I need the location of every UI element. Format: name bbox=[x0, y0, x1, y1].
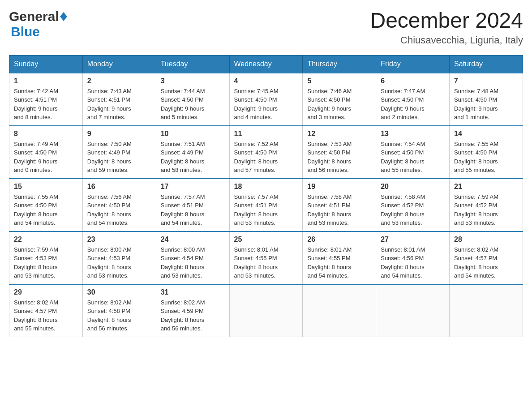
page-title: December 2024 bbox=[370, 9, 523, 33]
calendar-week-row: 8Sunrise: 7:49 AMSunset: 4:50 PMDaylight… bbox=[9, 126, 523, 179]
day-number: 24 bbox=[161, 235, 225, 244]
day-info: Sunrise: 8:02 AMSunset: 4:58 PMDaylight:… bbox=[87, 298, 151, 333]
day-info: Sunrise: 7:55 AMSunset: 4:50 PMDaylight:… bbox=[14, 193, 78, 227]
logo-arrow-icon bbox=[60, 12, 67, 21]
calendar-week-row: 15Sunrise: 7:55 AMSunset: 4:50 PMDayligh… bbox=[9, 179, 523, 231]
day-number: 21 bbox=[454, 183, 518, 191]
day-info: Sunrise: 7:49 AMSunset: 4:50 PMDaylight:… bbox=[14, 140, 78, 175]
calendar-cell: 28Sunrise: 8:02 AMSunset: 4:57 PMDayligh… bbox=[450, 231, 523, 284]
day-info: Sunrise: 7:42 AMSunset: 4:51 PMDaylight:… bbox=[14, 87, 78, 122]
logo: General Blue bbox=[9, 9, 67, 39]
calendar-cell: 4Sunrise: 7:45 AMSunset: 4:50 PMDaylight… bbox=[229, 73, 303, 126]
day-info: Sunrise: 7:44 AMSunset: 4:50 PMDaylight:… bbox=[161, 87, 225, 122]
day-info: Sunrise: 7:54 AMSunset: 4:50 PMDaylight:… bbox=[381, 140, 445, 175]
calendar-header-tuesday: Tuesday bbox=[156, 55, 229, 73]
day-number: 18 bbox=[234, 183, 298, 191]
day-number: 13 bbox=[381, 130, 445, 138]
day-info: Sunrise: 7:45 AMSunset: 4:50 PMDaylight:… bbox=[234, 87, 298, 122]
logo-blue-text: Blue bbox=[11, 24, 40, 39]
calendar-cell: 15Sunrise: 7:55 AMSunset: 4:50 PMDayligh… bbox=[9, 179, 83, 231]
day-info: Sunrise: 8:01 AMSunset: 4:56 PMDaylight:… bbox=[381, 245, 445, 280]
calendar-cell: 11Sunrise: 7:52 AMSunset: 4:50 PMDayligh… bbox=[229, 126, 303, 179]
day-number: 7 bbox=[454, 77, 518, 85]
calendar-cell: 1Sunrise: 7:42 AMSunset: 4:51 PMDaylight… bbox=[9, 73, 83, 126]
day-number: 15 bbox=[14, 183, 78, 191]
calendar-cell: 12Sunrise: 7:53 AMSunset: 4:50 PMDayligh… bbox=[303, 126, 376, 179]
calendar-cell: 30Sunrise: 8:02 AMSunset: 4:58 PMDayligh… bbox=[82, 284, 156, 337]
day-number: 19 bbox=[307, 183, 371, 191]
calendar-week-row: 1Sunrise: 7:42 AMSunset: 4:51 PMDaylight… bbox=[9, 73, 523, 126]
day-number: 25 bbox=[234, 235, 298, 244]
day-number: 29 bbox=[14, 288, 78, 296]
calendar-cell: 10Sunrise: 7:51 AMSunset: 4:49 PMDayligh… bbox=[156, 126, 229, 179]
day-number: 6 bbox=[381, 77, 445, 85]
calendar-week-row: 22Sunrise: 7:59 AMSunset: 4:53 PMDayligh… bbox=[9, 231, 523, 284]
calendar-cell: 17Sunrise: 7:57 AMSunset: 4:51 PMDayligh… bbox=[156, 179, 229, 231]
day-info: Sunrise: 8:00 AMSunset: 4:54 PMDaylight:… bbox=[161, 245, 225, 280]
day-info: Sunrise: 7:50 AMSunset: 4:49 PMDaylight:… bbox=[87, 140, 151, 175]
calendar-cell: 9Sunrise: 7:50 AMSunset: 4:49 PMDaylight… bbox=[82, 126, 156, 179]
day-info: Sunrise: 7:58 AMSunset: 4:52 PMDaylight:… bbox=[381, 193, 445, 227]
day-number: 20 bbox=[381, 183, 445, 191]
calendar-cell: 18Sunrise: 7:57 AMSunset: 4:51 PMDayligh… bbox=[229, 179, 303, 231]
calendar-table: SundayMondayTuesdayWednesdayThursdayFrid… bbox=[9, 55, 523, 337]
calendar-cell: 14Sunrise: 7:55 AMSunset: 4:50 PMDayligh… bbox=[450, 126, 523, 179]
day-number: 23 bbox=[87, 235, 151, 244]
day-number: 4 bbox=[234, 77, 298, 85]
calendar-header-thursday: Thursday bbox=[303, 55, 376, 73]
calendar-cell bbox=[450, 284, 523, 337]
day-info: Sunrise: 7:46 AMSunset: 4:50 PMDaylight:… bbox=[307, 87, 371, 122]
day-info: Sunrise: 7:51 AMSunset: 4:49 PMDaylight:… bbox=[161, 140, 225, 175]
calendar-header-saturday: Saturday bbox=[450, 55, 523, 73]
calendar-cell: 3Sunrise: 7:44 AMSunset: 4:50 PMDaylight… bbox=[156, 73, 229, 126]
calendar-cell bbox=[303, 284, 376, 337]
calendar-header-wednesday: Wednesday bbox=[229, 55, 303, 73]
calendar-cell: 16Sunrise: 7:56 AMSunset: 4:50 PMDayligh… bbox=[82, 179, 156, 231]
day-number: 5 bbox=[307, 77, 371, 85]
calendar-cell: 6Sunrise: 7:47 AMSunset: 4:50 PMDaylight… bbox=[376, 73, 450, 126]
day-info: Sunrise: 7:57 AMSunset: 4:51 PMDaylight:… bbox=[234, 193, 298, 227]
calendar-header-row: SundayMondayTuesdayWednesdayThursdayFrid… bbox=[9, 55, 523, 73]
calendar-cell: 22Sunrise: 7:59 AMSunset: 4:53 PMDayligh… bbox=[9, 231, 83, 284]
day-number: 17 bbox=[161, 183, 225, 191]
calendar-cell: 31Sunrise: 8:02 AMSunset: 4:59 PMDayligh… bbox=[156, 284, 229, 337]
calendar-cell: 27Sunrise: 8:01 AMSunset: 4:56 PMDayligh… bbox=[376, 231, 450, 284]
day-number: 22 bbox=[14, 235, 78, 244]
day-number: 28 bbox=[454, 235, 518, 244]
page-header: General Blue December 2024 Chiusavecchia… bbox=[9, 9, 523, 46]
calendar-cell: 2Sunrise: 7:43 AMSunset: 4:51 PMDaylight… bbox=[82, 73, 156, 126]
day-info: Sunrise: 7:59 AMSunset: 4:52 PMDaylight:… bbox=[454, 193, 518, 227]
calendar-cell: 20Sunrise: 7:58 AMSunset: 4:52 PMDayligh… bbox=[376, 179, 450, 231]
day-number: 31 bbox=[161, 288, 225, 296]
calendar-cell: 25Sunrise: 8:01 AMSunset: 4:55 PMDayligh… bbox=[229, 231, 303, 284]
calendar-header-monday: Monday bbox=[82, 55, 156, 73]
day-number: 26 bbox=[307, 235, 371, 244]
day-info: Sunrise: 8:00 AMSunset: 4:53 PMDaylight:… bbox=[87, 245, 151, 280]
day-number: 12 bbox=[307, 130, 371, 138]
day-number: 9 bbox=[87, 130, 151, 138]
day-info: Sunrise: 7:59 AMSunset: 4:53 PMDaylight:… bbox=[14, 245, 78, 280]
day-number: 1 bbox=[14, 77, 78, 85]
calendar-cell: 29Sunrise: 8:02 AMSunset: 4:57 PMDayligh… bbox=[9, 284, 83, 337]
day-info: Sunrise: 7:43 AMSunset: 4:51 PMDaylight:… bbox=[87, 87, 151, 122]
calendar-week-row: 29Sunrise: 8:02 AMSunset: 4:57 PMDayligh… bbox=[9, 284, 523, 337]
day-number: 11 bbox=[234, 130, 298, 138]
day-info: Sunrise: 8:02 AMSunset: 4:57 PMDaylight:… bbox=[14, 298, 78, 333]
day-number: 30 bbox=[87, 288, 151, 296]
title-block: December 2024 Chiusavecchia, Liguria, It… bbox=[370, 9, 523, 46]
calendar-header-friday: Friday bbox=[376, 55, 450, 73]
logo-general-text: General bbox=[9, 9, 59, 24]
day-info: Sunrise: 7:56 AMSunset: 4:50 PMDaylight:… bbox=[87, 193, 151, 227]
day-info: Sunrise: 7:52 AMSunset: 4:50 PMDaylight:… bbox=[234, 140, 298, 175]
calendar-cell: 8Sunrise: 7:49 AMSunset: 4:50 PMDaylight… bbox=[9, 126, 83, 179]
day-number: 14 bbox=[454, 130, 518, 138]
day-info: Sunrise: 7:55 AMSunset: 4:50 PMDaylight:… bbox=[454, 140, 518, 175]
calendar-cell: 26Sunrise: 8:01 AMSunset: 4:55 PMDayligh… bbox=[303, 231, 376, 284]
calendar-cell: 13Sunrise: 7:54 AMSunset: 4:50 PMDayligh… bbox=[376, 126, 450, 179]
calendar-cell: 7Sunrise: 7:48 AMSunset: 4:50 PMDaylight… bbox=[450, 73, 523, 126]
calendar-cell: 24Sunrise: 8:00 AMSunset: 4:54 PMDayligh… bbox=[156, 231, 229, 284]
calendar-cell: 5Sunrise: 7:46 AMSunset: 4:50 PMDaylight… bbox=[303, 73, 376, 126]
day-number: 27 bbox=[381, 235, 445, 244]
calendar-cell bbox=[229, 284, 303, 337]
day-info: Sunrise: 8:01 AMSunset: 4:55 PMDaylight:… bbox=[234, 245, 298, 280]
